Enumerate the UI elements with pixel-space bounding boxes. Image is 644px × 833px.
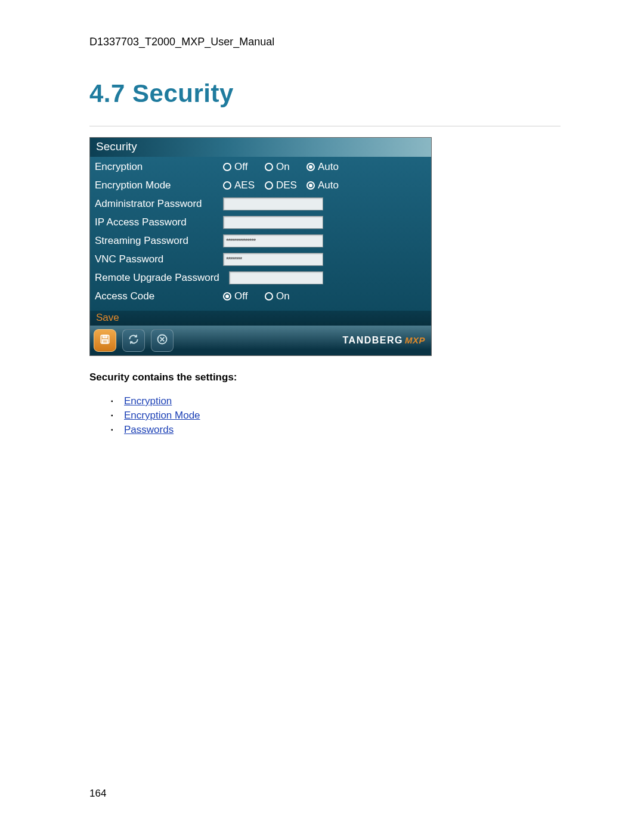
radio-encryption-off[interactable]: Off xyxy=(223,161,265,173)
refresh-icon xyxy=(128,333,140,348)
row-streaming-password: Streaming Password xyxy=(95,232,426,250)
close-icon xyxy=(156,333,168,348)
close-button[interactable] xyxy=(151,329,174,352)
input-vnc-password[interactable] xyxy=(223,253,323,266)
save-label: Save xyxy=(90,311,431,326)
label-encryption: Encryption xyxy=(95,161,223,173)
link-encryption-mode[interactable]: Encryption Mode xyxy=(124,410,200,421)
radio-mode-des[interactable]: DES xyxy=(265,179,306,191)
row-vnc-password: VNC Password xyxy=(95,250,426,269)
label-ip-password: IP Access Password xyxy=(95,216,223,228)
save-button[interactable] xyxy=(94,329,116,352)
input-streaming-password[interactable] xyxy=(223,234,323,247)
label-vnc-password: VNC Password xyxy=(95,253,223,265)
list-item: Encryption Mode xyxy=(111,408,561,423)
radio-icon xyxy=(265,292,273,301)
intro-text: Security contains the settings: xyxy=(89,371,561,383)
label-admin-password: Administrator Password xyxy=(95,198,223,210)
label-remote-upgrade-password: Remote Upgrade Password xyxy=(95,272,229,284)
section-heading: 4.7 Security xyxy=(89,79,561,108)
row-ip-password: IP Access Password xyxy=(95,213,426,232)
radio-icon xyxy=(265,163,273,171)
label-access-code: Access Code xyxy=(95,290,223,302)
row-access-code: Access Code Off On xyxy=(95,287,426,306)
radio-icon xyxy=(306,181,315,190)
row-encryption: Encryption Off On Auto xyxy=(95,158,426,176)
row-encryption-mode: Encryption Mode AES DES Auto xyxy=(95,176,426,195)
radio-encryption-auto[interactable]: Auto xyxy=(306,161,354,173)
list-item: Encryption xyxy=(111,394,561,408)
radio-icon xyxy=(223,163,231,171)
page-number: 164 xyxy=(89,788,106,800)
radio-access-off[interactable]: Off xyxy=(223,290,265,302)
refresh-button[interactable] xyxy=(122,329,145,352)
input-remote-upgrade-password[interactable] xyxy=(229,271,323,284)
links-list: Encryption Encryption Mode Passwords xyxy=(111,394,561,437)
floppy-disk-icon xyxy=(99,333,111,348)
link-encryption[interactable]: Encryption xyxy=(124,395,172,407)
button-bar: TANDBERG MXP xyxy=(90,326,431,355)
svg-rect-2 xyxy=(103,339,107,343)
radio-mode-auto[interactable]: Auto xyxy=(306,179,354,191)
list-item: Passwords xyxy=(111,423,561,437)
label-streaming-password: Streaming Password xyxy=(95,235,223,247)
horizontal-rule xyxy=(89,126,561,126)
radio-encryption-on[interactable]: On xyxy=(265,161,306,173)
radio-icon xyxy=(306,163,315,171)
brand-sub: MXP xyxy=(405,335,425,345)
row-admin-password: Administrator Password xyxy=(95,195,426,213)
radio-icon xyxy=(223,292,231,301)
brand-logo: TANDBERG MXP xyxy=(343,335,426,346)
link-passwords[interactable]: Passwords xyxy=(124,424,174,435)
security-settings-panel: Security Encryption Off On Auto Encrypti… xyxy=(89,137,432,356)
radio-icon xyxy=(265,181,273,190)
panel-title: Security xyxy=(90,138,431,157)
radio-mode-aes[interactable]: AES xyxy=(223,179,265,191)
row-remote-upgrade-password: Remote Upgrade Password xyxy=(95,269,426,287)
document-header: D1337703_T2000_MXP_User_Manual xyxy=(89,36,561,48)
label-encryption-mode: Encryption Mode xyxy=(95,179,223,191)
radio-access-on[interactable]: On xyxy=(265,290,306,302)
input-ip-password[interactable] xyxy=(223,216,323,229)
radio-icon xyxy=(223,181,231,190)
svg-rect-1 xyxy=(103,335,107,337)
brand-main: TANDBERG xyxy=(343,335,403,346)
input-admin-password[interactable] xyxy=(223,197,323,210)
